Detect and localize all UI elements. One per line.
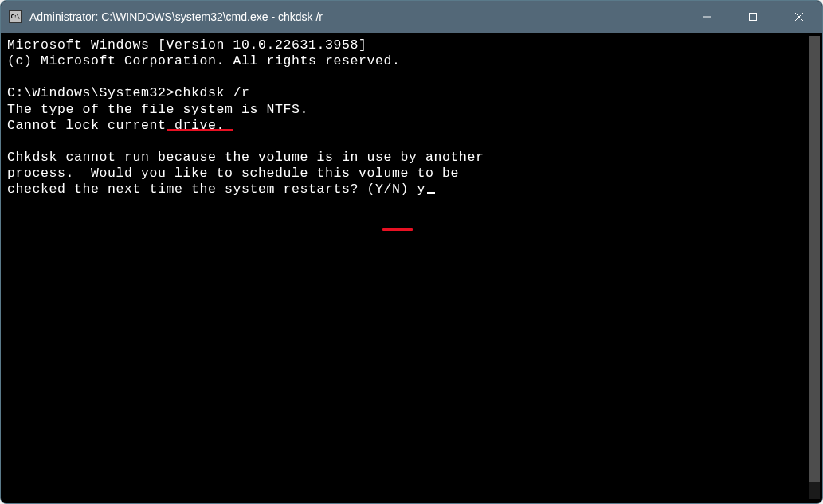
scrollbar-thumb[interactable] (809, 36, 820, 482)
cursor-icon (427, 192, 435, 194)
user-input: y (417, 182, 426, 197)
svg-rect-1 (750, 14, 757, 21)
close-icon (794, 12, 804, 21)
window-controls (684, 1, 822, 33)
cmd-window: C:\ Administrator: C:\WINDOWS\system32\c… (0, 0, 823, 504)
output-line (7, 134, 816, 150)
titlebar[interactable]: C:\ Administrator: C:\WINDOWS\system32\c… (1, 1, 822, 33)
close-button[interactable] (776, 1, 822, 33)
terminal-output[interactable]: Microsoft Windows [Version 10.0.22631.39… (1, 33, 822, 503)
output-line: C:\Windows\System32>chkdsk /r (7, 85, 816, 101)
output-line (7, 69, 816, 85)
output-line: checked the next time the system restart… (7, 182, 816, 197)
annotation-underline (382, 228, 413, 231)
cmd-icon: C:\ (9, 10, 22, 23)
prompt-question: checked the next time the system restart… (7, 182, 417, 197)
minimize-icon (702, 12, 711, 21)
output-line: Microsoft Windows [Version 10.0.22631.39… (7, 37, 816, 53)
output-line: process. Would you like to schedule this… (7, 166, 816, 182)
output-line: (c) Microsoft Corporation. All rights re… (7, 53, 816, 69)
command-text: chkdsk /r (174, 85, 250, 100)
minimize-button[interactable] (684, 1, 730, 33)
annotation-underline (167, 129, 233, 131)
prompt-text: C:\Windows\System32> (7, 85, 174, 100)
maximize-button[interactable] (730, 1, 776, 33)
output-line: Cannot lock current drive. (7, 118, 816, 134)
window-title: Administrator: C:\WINDOWS\system32\cmd.e… (29, 10, 684, 23)
maximize-icon (748, 12, 758, 21)
output-line: Chkdsk cannot run because the volume is … (7, 150, 816, 166)
output-line: The type of the file system is NTFS. (7, 102, 816, 118)
